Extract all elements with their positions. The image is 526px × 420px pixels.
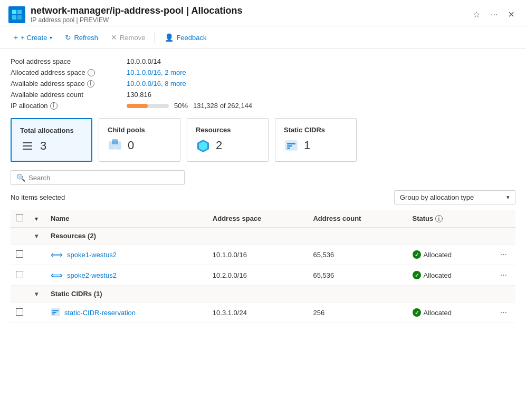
info-label-pool: Pool address space [11, 57, 127, 65]
search-icon: 🔍 [16, 173, 25, 182]
group-resources-expand-icon[interactable]: ▾ [35, 232, 38, 240]
col-status-info-icon[interactable]: i [435, 215, 443, 222]
allocations-table: ▾ Name Address space Address count Statu… [11, 210, 515, 323]
card-total-value: 3 [40, 139, 46, 153]
group-checkbox-cell [11, 228, 30, 245]
more-button-spoke2[interactable]: ··· [497, 269, 510, 281]
row-indent-cell [30, 302, 45, 323]
status-dot-spoke1 [413, 250, 421, 259]
card-resources-body: 2 [196, 138, 260, 153]
row-status-spoke1: Allocated [407, 245, 492, 265]
row-actions-cidr: ··· [492, 302, 515, 323]
card-child-pools-body: 0 [108, 138, 171, 153]
svg-rect-0 [12, 9, 16, 14]
row-address-count-spoke1: 65,536 [308, 245, 407, 265]
feedback-button[interactable]: 👤 Feedback [159, 31, 212, 44]
close-button[interactable]: × [505, 7, 518, 22]
progress-bar-background [127, 104, 169, 108]
search-input-wrap: 🔍 [11, 170, 185, 185]
cards-row: Total allocations 3 Child pools [11, 118, 515, 162]
row-checkbox-spoke2[interactable] [16, 271, 23, 278]
card-resources[interactable]: Resources 2 [187, 118, 269, 162]
card-total-allocations[interactable]: Total allocations 3 [11, 118, 92, 162]
search-input[interactable] [28, 174, 179, 182]
row-address-space-spoke2: 10.2.0.0/16 [207, 265, 308, 286]
info-icon-ip-allocation[interactable]: i [50, 102, 58, 110]
star-button[interactable]: ☆ [470, 8, 483, 21]
card-static-cidrs-value: 1 [304, 139, 310, 152]
row-status-cidr: Allocated [407, 302, 492, 323]
col-name: Name [45, 210, 207, 228]
group-by-dropdown[interactable]: Group by allocation type ▾ [394, 190, 515, 204]
info-label-ip-allocation: IP allocation i [11, 102, 127, 110]
feedback-icon: 👤 [165, 33, 174, 42]
info-label-allocated: Allocated address space i [11, 69, 127, 76]
expand-all-icon[interactable]: ▾ [35, 216, 38, 222]
status-label-spoke1: Allocated [424, 251, 452, 259]
row-link-spoke1[interactable]: spoke1-westus2 [67, 251, 117, 259]
group-by-label: Group by allocation type [400, 193, 474, 201]
svg-rect-9 [112, 140, 118, 144]
no-items-selected: No items selected [11, 193, 65, 201]
row-checkbox-cell [11, 245, 30, 265]
info-icon-available-space[interactable]: i [87, 80, 94, 87]
col-checkbox [11, 210, 30, 228]
card-static-cidrs[interactable]: Static CIDRs 1 [275, 118, 357, 162]
svg-rect-4 [23, 142, 32, 143]
group-by-chevron-icon: ▾ [506, 194, 510, 201]
row-checkbox-cell [11, 265, 30, 286]
more-button-spoke1[interactable]: ··· [497, 249, 510, 260]
row-address-space-cidr: 10.3.1.0/24 [207, 302, 308, 323]
row-checkbox-spoke1[interactable] [16, 250, 23, 258]
table-body: ▾ Resources (2) ⟺ spoke1-westus2 10.1.0.… [11, 228, 515, 323]
progress-detail: 131,328 of 262,144 [193, 102, 252, 110]
create-icon: + [14, 33, 18, 42]
row-link-cidr[interactable]: static-CIDR-reservation [64, 309, 136, 317]
app-icon [8, 6, 25, 23]
more-button[interactable]: ··· [487, 9, 501, 21]
card-child-pools-value: 0 [128, 139, 134, 152]
svg-rect-6 [23, 149, 32, 150]
group-row-resources: ▾ Resources (2) [11, 228, 515, 245]
create-button[interactable]: + + Create ▾ [8, 31, 58, 44]
select-all-checkbox[interactable] [16, 214, 23, 221]
group-checkbox-cell [11, 286, 30, 302]
row-indent-cell [30, 245, 45, 265]
card-static-cidrs-body: 1 [284, 138, 348, 153]
resources-icon [196, 138, 211, 153]
remove-button[interactable]: ✕ Remove [106, 31, 150, 44]
progress-percent: 50% [174, 102, 188, 110]
resource-icon-spoke1: ⟺ [51, 250, 63, 260]
svg-rect-15 [287, 148, 290, 149]
card-static-cidrs-title: Static CIDRs [284, 126, 348, 134]
card-child-pools[interactable]: Child pools 0 [99, 118, 180, 162]
card-total-title: Total allocations [20, 126, 83, 134]
col-expand: ▾ [30, 210, 45, 228]
ip-allocation-progress: 50% 131,328 of 262,144 [127, 102, 515, 110]
col-status: Status i [407, 210, 492, 228]
info-value-allocated[interactable]: 10.1.0.0/16, 2 more [127, 69, 515, 76]
refresh-button[interactable]: ↻ Refresh [60, 31, 103, 44]
info-panel: Pool address space 10.0.0.0/14 Allocated… [11, 57, 515, 110]
toolbar: + + Create ▾ ↻ Refresh ✕ Remove 👤 Feedba… [0, 26, 526, 49]
info-icon-allocated[interactable]: i [88, 69, 95, 76]
group-static-cidrs-expand-icon[interactable]: ▾ [35, 290, 38, 298]
main-content: Pool address space 10.0.0.0/14 Allocated… [0, 49, 526, 414]
col-address-count: Address count [308, 210, 407, 228]
cidr-icon [51, 307, 60, 318]
info-label-available-count: Available address count [11, 91, 127, 99]
info-label-available-space: Available address space i [11, 80, 127, 87]
row-actions-spoke2: ··· [492, 265, 515, 286]
create-chevron-icon: ▾ [50, 35, 52, 41]
group-row-static-cidrs: ▾ Static CIDRs (1) [11, 286, 515, 302]
more-button-cidr[interactable]: ··· [497, 307, 510, 318]
remove-icon: ✕ [111, 33, 117, 42]
info-value-available-space[interactable]: 10.0.0.0/16, 8 more [127, 80, 515, 87]
progress-bar-fill [127, 104, 148, 108]
row-checkbox-cidr[interactable] [16, 308, 23, 316]
page-subtitle: IP address pool | PREVIEW [31, 16, 470, 24]
toolbar-divider [155, 32, 155, 43]
status-label-spoke2: Allocated [424, 271, 452, 279]
row-link-spoke2[interactable]: spoke2-westus2 [67, 271, 117, 279]
total-allocations-icon [20, 139, 35, 153]
